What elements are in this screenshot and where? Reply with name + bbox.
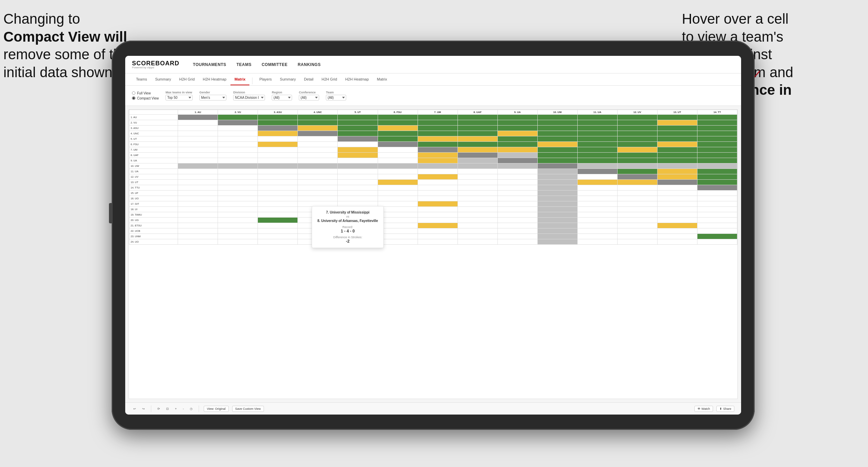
matrix-cell[interactable] bbox=[577, 174, 617, 180]
matrix-cell[interactable] bbox=[258, 180, 298, 185]
matrix-cell[interactable] bbox=[298, 163, 338, 169]
matrix-cell[interactable] bbox=[537, 163, 577, 169]
matrix-cell[interactable] bbox=[378, 169, 418, 174]
matrix-cell[interactable] bbox=[458, 158, 497, 163]
matrix-cell[interactable] bbox=[577, 191, 617, 196]
matrix-cell[interactable] bbox=[338, 136, 378, 142]
matrix-cell[interactable] bbox=[617, 153, 657, 158]
matrix-cell[interactable] bbox=[378, 131, 418, 136]
matrix-cell[interactable] bbox=[697, 147, 737, 153]
matrix-cell[interactable] bbox=[298, 120, 338, 126]
matrix-cell[interactable] bbox=[657, 158, 697, 163]
tab-players-matrix[interactable]: Matrix bbox=[373, 73, 391, 85]
matrix-cell[interactable] bbox=[178, 174, 218, 180]
matrix-cell[interactable] bbox=[338, 120, 378, 126]
matrix-cell[interactable] bbox=[298, 174, 338, 180]
matrix-cell[interactable] bbox=[458, 207, 497, 212]
matrix-cell[interactable] bbox=[458, 212, 497, 218]
toolbar-undo[interactable]: ↩ bbox=[132, 406, 137, 411]
matrix-cell[interactable] bbox=[697, 131, 737, 136]
matrix-cell[interactable] bbox=[537, 239, 577, 245]
table-row[interactable]: 22. UCB bbox=[129, 228, 737, 234]
matrix-cell[interactable] bbox=[178, 115, 218, 120]
matrix-cell[interactable] bbox=[697, 212, 737, 218]
table-row[interactable]: 18. UI bbox=[129, 207, 737, 212]
matrix-cell[interactable] bbox=[418, 147, 458, 153]
matrix-cell[interactable] bbox=[418, 158, 458, 163]
filter-max-teams-select[interactable]: Top 50 bbox=[165, 95, 193, 101]
table-row[interactable]: 16. UO bbox=[129, 196, 737, 201]
matrix-cell[interactable] bbox=[617, 136, 657, 142]
matrix-cell[interactable] bbox=[338, 158, 378, 163]
matrix-cell[interactable] bbox=[298, 115, 338, 120]
matrix-cell[interactable] bbox=[697, 153, 737, 158]
matrix-cell[interactable] bbox=[258, 196, 298, 201]
matrix-cell[interactable] bbox=[497, 163, 537, 169]
matrix-cell[interactable] bbox=[577, 169, 617, 174]
matrix-cell[interactable] bbox=[458, 169, 497, 174]
matrix-cell[interactable] bbox=[537, 207, 577, 212]
table-row[interactable]: 21. ETSU bbox=[129, 223, 737, 228]
tab-matrix[interactable]: Matrix bbox=[230, 73, 249, 85]
matrix-cell[interactable] bbox=[418, 191, 458, 196]
nav-committee[interactable]: COMMITTEE bbox=[262, 61, 288, 68]
matrix-cell[interactable] bbox=[218, 158, 258, 163]
matrix-cell[interactable] bbox=[338, 131, 378, 136]
matrix-cell[interactable] bbox=[378, 142, 418, 147]
matrix-cell[interactable] bbox=[258, 223, 298, 228]
matrix-cell[interactable] bbox=[657, 147, 697, 153]
matrix-cell[interactable] bbox=[258, 218, 298, 223]
matrix-cell[interactable] bbox=[617, 142, 657, 147]
matrix-cell[interactable] bbox=[418, 153, 458, 158]
matrix-cell[interactable] bbox=[338, 153, 378, 158]
matrix-cell[interactable] bbox=[537, 180, 577, 185]
matrix-cell[interactable] bbox=[178, 158, 218, 163]
matrix-cell[interactable] bbox=[537, 201, 577, 207]
matrix-cell[interactable] bbox=[258, 207, 298, 212]
matrix-cell[interactable] bbox=[657, 153, 697, 158]
radio-full-view[interactable]: Full View bbox=[132, 91, 159, 95]
matrix-cell[interactable] bbox=[497, 115, 537, 120]
matrix-cell[interactable] bbox=[178, 185, 218, 191]
matrix-cell[interactable] bbox=[178, 131, 218, 136]
table-row[interactable]: 10. UW bbox=[129, 163, 737, 169]
matrix-cell[interactable] bbox=[218, 228, 258, 234]
table-row[interactable]: 17. GIT bbox=[129, 201, 737, 207]
matrix-cell[interactable] bbox=[298, 131, 338, 136]
matrix-cell[interactable] bbox=[458, 234, 497, 239]
matrix-cell[interactable] bbox=[577, 196, 617, 201]
matrix-cell[interactable] bbox=[378, 120, 418, 126]
matrix-cell[interactable] bbox=[697, 223, 737, 228]
matrix-cell[interactable] bbox=[497, 126, 537, 131]
matrix-cell[interactable] bbox=[497, 234, 537, 239]
table-row[interactable]: 4. UNC bbox=[129, 131, 737, 136]
matrix-cell[interactable] bbox=[418, 239, 458, 245]
matrix-cell[interactable] bbox=[537, 153, 577, 158]
matrix-cell[interactable] bbox=[258, 136, 298, 142]
matrix-cell[interactable] bbox=[378, 136, 418, 142]
matrix-cell[interactable] bbox=[697, 234, 737, 239]
table-row[interactable]: 14. TTU bbox=[129, 185, 737, 191]
matrix-cell[interactable] bbox=[178, 207, 218, 212]
matrix-cell[interactable] bbox=[458, 126, 497, 131]
matrix-cell[interactable] bbox=[418, 196, 458, 201]
matrix-cell[interactable] bbox=[298, 136, 338, 142]
matrix-cell[interactable] bbox=[458, 136, 497, 142]
matrix-cell[interactable] bbox=[537, 212, 577, 218]
matrix-cell[interactable] bbox=[657, 228, 697, 234]
matrix-cell[interactable] bbox=[178, 223, 218, 228]
toolbar-expand[interactable]: + bbox=[174, 406, 178, 411]
matrix-cell[interactable] bbox=[697, 207, 737, 212]
matrix-cell[interactable] bbox=[577, 223, 617, 228]
matrix-cell[interactable] bbox=[657, 201, 697, 207]
matrix-cell[interactable] bbox=[218, 142, 258, 147]
matrix-cell[interactable] bbox=[657, 218, 697, 223]
matrix-cell[interactable] bbox=[298, 153, 338, 158]
matrix-cell[interactable] bbox=[497, 158, 537, 163]
tab-h2h-heatmap[interactable]: H2H Heatmap bbox=[199, 73, 230, 85]
matrix-cell[interactable] bbox=[258, 147, 298, 153]
matrix-cell[interactable] bbox=[697, 142, 737, 147]
matrix-cell[interactable] bbox=[258, 191, 298, 196]
matrix-cell[interactable] bbox=[178, 212, 218, 218]
matrix-cell[interactable] bbox=[657, 174, 697, 180]
